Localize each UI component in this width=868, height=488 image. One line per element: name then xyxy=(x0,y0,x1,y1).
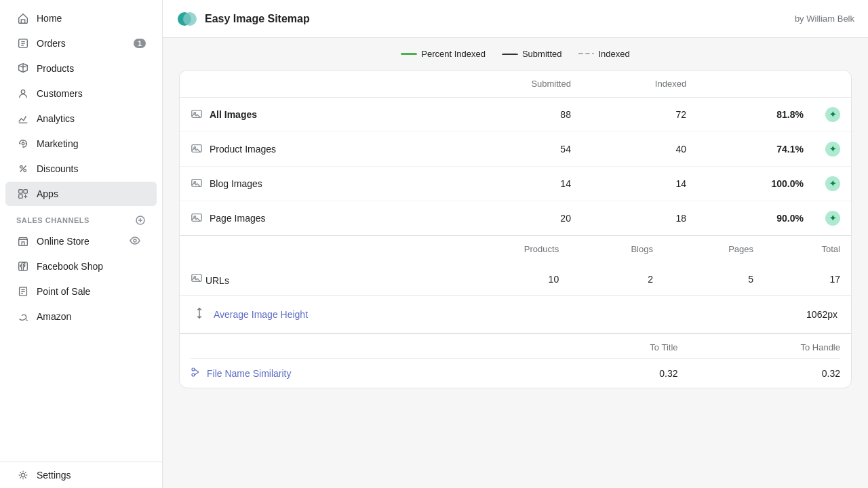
sidebar-item-label: Facebook Shop xyxy=(37,261,146,272)
similarity-col-name xyxy=(191,342,515,352)
svg-rect-19 xyxy=(192,179,201,186)
col-header-indexed: Indexed xyxy=(582,70,697,98)
sidebar-item-settings[interactable]: Settings xyxy=(5,463,157,487)
row-label-cell: Product Images xyxy=(180,132,448,167)
sales-channels-header: SALES CHANNELS xyxy=(5,207,157,228)
sidebar-item-label: Home xyxy=(37,13,146,24)
badge-cell: ✦ xyxy=(814,132,851,167)
svg-point-2 xyxy=(22,142,24,145)
image-icon xyxy=(191,211,203,226)
urls-col-header-products: Products xyxy=(448,236,570,262)
svg-point-3 xyxy=(20,166,23,169)
customers-icon xyxy=(16,87,30,100)
sidebar-item-label: Marketing xyxy=(37,138,146,149)
badge-cell: ✦ xyxy=(814,201,851,236)
svg-point-26 xyxy=(192,373,195,376)
home-icon xyxy=(16,12,30,25)
sidebar-item-label: Discounts xyxy=(37,163,146,174)
submitted-cell: 54 xyxy=(448,132,582,167)
app-title: Easy Image Sitemap xyxy=(205,13,310,25)
all-images-label: All Images xyxy=(191,108,437,122)
sidebar-item-label: Products xyxy=(37,63,146,74)
badge-cell: ✦ xyxy=(814,98,851,132)
marketing-icon xyxy=(16,137,30,150)
avg-height-label[interactable]: Average Image Height xyxy=(214,309,798,320)
sidebar-item-label: Customers xyxy=(37,88,146,99)
legend-label: Submitted xyxy=(522,49,562,59)
sidebar-bottom: Settings xyxy=(0,462,162,488)
row-label-cell: All Images xyxy=(180,98,448,132)
sidebar: Home Orders 1 Products xyxy=(0,0,163,488)
sidebar-item-orders[interactable]: Orders 1 xyxy=(5,31,157,56)
apps-icon xyxy=(16,187,30,201)
indexed-cell: 14 xyxy=(582,167,697,201)
facebook-icon xyxy=(16,260,30,273)
main-card: Submitted Indexed All Ima xyxy=(179,70,852,388)
urls-col-header-pages: Pages xyxy=(664,236,764,262)
urls-label: URLs xyxy=(191,272,437,286)
scissors-icon xyxy=(191,367,201,380)
svg-point-9 xyxy=(134,239,136,242)
chart-legend: Percent Indexed Submitted Indexed xyxy=(179,49,852,59)
legend-submitted: Submitted xyxy=(502,49,562,59)
sidebar-settings-label: Settings xyxy=(37,470,146,481)
indexed-cell: 18 xyxy=(582,201,697,236)
images-table: Submitted Indexed All Ima xyxy=(180,70,851,235)
table-row: Page Images 20 18 90.0% ✦ xyxy=(180,201,851,236)
legend-indexed: Indexed xyxy=(578,49,629,59)
image-icon xyxy=(191,142,203,157)
green-badge: ✦ xyxy=(825,211,840,226)
main-content: Percent Indexed Submitted Indexed Submit… xyxy=(163,38,868,488)
sidebar-item-label: Amazon xyxy=(37,311,146,322)
blogs-cell: 2 xyxy=(570,262,664,296)
sidebar-item-customers[interactable]: Customers xyxy=(5,81,157,106)
col-header-submitted: Submitted xyxy=(448,70,582,98)
sidebar-item-apps[interactable]: Apps xyxy=(5,182,157,206)
sidebar-item-analytics[interactable]: Analytics xyxy=(5,106,157,131)
pages-cell: 5 xyxy=(664,262,764,296)
orders-icon xyxy=(16,37,30,50)
svg-point-4 xyxy=(24,169,26,172)
urls-icon xyxy=(191,275,205,286)
image-icon xyxy=(191,108,203,122)
topbar-left: Easy Image Sitemap xyxy=(176,8,310,30)
sidebar-item-facebook-shop[interactable]: Facebook Shop xyxy=(5,254,157,279)
eye-icon[interactable] xyxy=(130,235,140,248)
green-badge: ✦ xyxy=(825,107,840,122)
row-label-cell: Blog Images xyxy=(180,167,448,201)
submitted-cell: 88 xyxy=(448,98,582,132)
green-badge: ✦ xyxy=(825,176,840,191)
sidebar-item-amazon[interactable]: Amazon xyxy=(5,304,157,329)
sidebar-item-label: Orders xyxy=(37,38,127,49)
submitted-cell: 20 xyxy=(448,201,582,236)
urls-col-header-blogs: Blogs xyxy=(570,236,664,262)
sidebar-item-discounts[interactable]: Discounts xyxy=(5,157,157,181)
resize-icon xyxy=(193,307,205,322)
sidebar-item-products[interactable]: Products xyxy=(5,56,157,81)
sidebar-item-point-of-sale[interactable]: Point of Sale xyxy=(5,279,157,304)
similarity-section: To Title To Handle File Name Similarity xyxy=(180,334,851,388)
similarity-label-cell: File Name Similarity xyxy=(191,367,515,380)
svg-rect-6 xyxy=(24,190,27,193)
sidebar-item-marketing[interactable]: Marketing xyxy=(5,131,157,156)
sidebar-item-label: Point of Sale xyxy=(37,286,146,297)
svg-point-1 xyxy=(21,90,24,94)
urls-table: Products Blogs Pages Total xyxy=(180,236,851,296)
add-sales-channel-button[interactable] xyxy=(135,215,146,226)
page-images-label: Page Images xyxy=(191,211,437,226)
main-wrapper: Easy Image Sitemap by William Belk Perce… xyxy=(163,0,868,488)
svg-rect-5 xyxy=(19,190,22,193)
urls-col-header-total: Total xyxy=(764,236,851,262)
sidebar-item-online-store[interactable]: Online Store xyxy=(5,229,157,253)
similarity-to-handle: 0.32 xyxy=(678,368,841,379)
similarity-to-title: 0.32 xyxy=(515,368,678,379)
legend-label: Percent Indexed xyxy=(421,49,486,59)
similarity-label[interactable]: File Name Similarity xyxy=(207,368,291,379)
table-row: Blog Images 14 14 100.0% ✦ xyxy=(180,167,851,201)
svg-point-12 xyxy=(21,473,24,476)
similarity-header-row: To Title To Handle xyxy=(191,334,840,359)
orders-badge: 1 xyxy=(134,39,146,48)
sidebar-item-label: Online Store xyxy=(37,236,123,247)
indexed-cell: 40 xyxy=(582,132,697,167)
sidebar-item-home[interactable]: Home xyxy=(5,6,157,30)
